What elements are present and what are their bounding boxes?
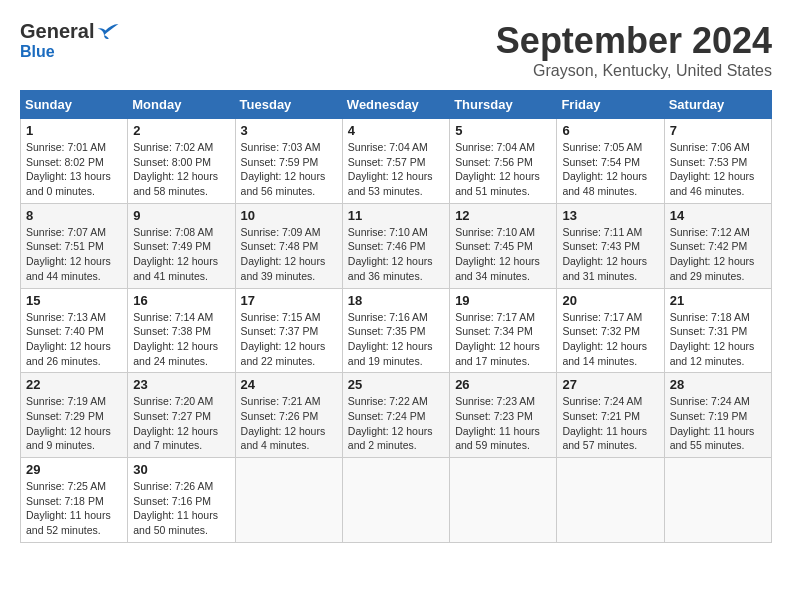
day-number: 30	[133, 462, 229, 477]
day-info: Sunrise: 7:18 AM Sunset: 7:31 PM Dayligh…	[670, 310, 766, 369]
calendar-cell	[342, 458, 449, 543]
day-info: Sunrise: 7:17 AM Sunset: 7:34 PM Dayligh…	[455, 310, 551, 369]
day-number: 2	[133, 123, 229, 138]
day-info: Sunrise: 7:06 AM Sunset: 7:53 PM Dayligh…	[670, 140, 766, 199]
day-info: Sunrise: 7:01 AM Sunset: 8:02 PM Dayligh…	[26, 140, 122, 199]
day-info: Sunrise: 7:17 AM Sunset: 7:32 PM Dayligh…	[562, 310, 658, 369]
calendar-cell	[235, 458, 342, 543]
calendar-cell: 30Sunrise: 7:26 AM Sunset: 7:16 PM Dayli…	[128, 458, 235, 543]
calendar: SundayMondayTuesdayWednesdayThursdayFrid…	[20, 90, 772, 543]
calendar-cell: 18Sunrise: 7:16 AM Sunset: 7:35 PM Dayli…	[342, 288, 449, 373]
logo-general-text: General	[20, 20, 94, 43]
calendar-week-5: 29Sunrise: 7:25 AM Sunset: 7:18 PM Dayli…	[21, 458, 772, 543]
calendar-cell: 12Sunrise: 7:10 AM Sunset: 7:45 PM Dayli…	[450, 203, 557, 288]
day-info: Sunrise: 7:24 AM Sunset: 7:21 PM Dayligh…	[562, 394, 658, 453]
day-info: Sunrise: 7:09 AM Sunset: 7:48 PM Dayligh…	[241, 225, 337, 284]
calendar-cell: 8Sunrise: 7:07 AM Sunset: 7:51 PM Daylig…	[21, 203, 128, 288]
day-info: Sunrise: 7:04 AM Sunset: 7:57 PM Dayligh…	[348, 140, 444, 199]
calendar-cell: 14Sunrise: 7:12 AM Sunset: 7:42 PM Dayli…	[664, 203, 771, 288]
calendar-cell: 6Sunrise: 7:05 AM Sunset: 7:54 PM Daylig…	[557, 119, 664, 204]
day-number: 22	[26, 377, 122, 392]
day-number: 20	[562, 293, 658, 308]
day-number: 26	[455, 377, 551, 392]
weekday-header-friday: Friday	[557, 91, 664, 119]
calendar-cell: 20Sunrise: 7:17 AM Sunset: 7:32 PM Dayli…	[557, 288, 664, 373]
calendar-cell	[450, 458, 557, 543]
day-number: 25	[348, 377, 444, 392]
day-info: Sunrise: 7:12 AM Sunset: 7:42 PM Dayligh…	[670, 225, 766, 284]
header: General Blue September 2024 Grayson, Ken…	[20, 20, 772, 80]
calendar-cell: 25Sunrise: 7:22 AM Sunset: 7:24 PM Dayli…	[342, 373, 449, 458]
day-info: Sunrise: 7:21 AM Sunset: 7:26 PM Dayligh…	[241, 394, 337, 453]
calendar-cell: 15Sunrise: 7:13 AM Sunset: 7:40 PM Dayli…	[21, 288, 128, 373]
calendar-cell: 29Sunrise: 7:25 AM Sunset: 7:18 PM Dayli…	[21, 458, 128, 543]
calendar-week-2: 8Sunrise: 7:07 AM Sunset: 7:51 PM Daylig…	[21, 203, 772, 288]
calendar-cell: 11Sunrise: 7:10 AM Sunset: 7:46 PM Dayli…	[342, 203, 449, 288]
day-number: 14	[670, 208, 766, 223]
day-info: Sunrise: 7:08 AM Sunset: 7:49 PM Dayligh…	[133, 225, 229, 284]
day-number: 8	[26, 208, 122, 223]
day-info: Sunrise: 7:22 AM Sunset: 7:24 PM Dayligh…	[348, 394, 444, 453]
calendar-cell: 27Sunrise: 7:24 AM Sunset: 7:21 PM Dayli…	[557, 373, 664, 458]
day-number: 21	[670, 293, 766, 308]
calendar-cell: 23Sunrise: 7:20 AM Sunset: 7:27 PM Dayli…	[128, 373, 235, 458]
weekday-header-tuesday: Tuesday	[235, 91, 342, 119]
calendar-week-4: 22Sunrise: 7:19 AM Sunset: 7:29 PM Dayli…	[21, 373, 772, 458]
weekday-header-sunday: Sunday	[21, 91, 128, 119]
day-info: Sunrise: 7:20 AM Sunset: 7:27 PM Dayligh…	[133, 394, 229, 453]
day-info: Sunrise: 7:05 AM Sunset: 7:54 PM Dayligh…	[562, 140, 658, 199]
day-number: 29	[26, 462, 122, 477]
month-title: September 2024	[496, 20, 772, 62]
day-number: 23	[133, 377, 229, 392]
weekday-header-saturday: Saturday	[664, 91, 771, 119]
calendar-cell: 2Sunrise: 7:02 AM Sunset: 8:00 PM Daylig…	[128, 119, 235, 204]
day-info: Sunrise: 7:03 AM Sunset: 7:59 PM Dayligh…	[241, 140, 337, 199]
day-number: 4	[348, 123, 444, 138]
day-info: Sunrise: 7:23 AM Sunset: 7:23 PM Dayligh…	[455, 394, 551, 453]
day-number: 1	[26, 123, 122, 138]
calendar-cell	[557, 458, 664, 543]
day-number: 27	[562, 377, 658, 392]
calendar-week-3: 15Sunrise: 7:13 AM Sunset: 7:40 PM Dayli…	[21, 288, 772, 373]
day-number: 24	[241, 377, 337, 392]
day-number: 17	[241, 293, 337, 308]
calendar-cell: 24Sunrise: 7:21 AM Sunset: 7:26 PM Dayli…	[235, 373, 342, 458]
calendar-cell: 28Sunrise: 7:24 AM Sunset: 7:19 PM Dayli…	[664, 373, 771, 458]
day-number: 7	[670, 123, 766, 138]
weekday-header-wednesday: Wednesday	[342, 91, 449, 119]
day-number: 28	[670, 377, 766, 392]
calendar-cell: 26Sunrise: 7:23 AM Sunset: 7:23 PM Dayli…	[450, 373, 557, 458]
title-area: September 2024 Grayson, Kentucky, United…	[496, 20, 772, 80]
day-number: 9	[133, 208, 229, 223]
day-info: Sunrise: 7:10 AM Sunset: 7:46 PM Dayligh…	[348, 225, 444, 284]
calendar-cell	[664, 458, 771, 543]
day-info: Sunrise: 7:16 AM Sunset: 7:35 PM Dayligh…	[348, 310, 444, 369]
day-info: Sunrise: 7:02 AM Sunset: 8:00 PM Dayligh…	[133, 140, 229, 199]
day-number: 16	[133, 293, 229, 308]
day-number: 12	[455, 208, 551, 223]
calendar-cell: 1Sunrise: 7:01 AM Sunset: 8:02 PM Daylig…	[21, 119, 128, 204]
calendar-cell: 17Sunrise: 7:15 AM Sunset: 7:37 PM Dayli…	[235, 288, 342, 373]
weekday-header-thursday: Thursday	[450, 91, 557, 119]
weekday-header-monday: Monday	[128, 91, 235, 119]
day-number: 13	[562, 208, 658, 223]
day-info: Sunrise: 7:19 AM Sunset: 7:29 PM Dayligh…	[26, 394, 122, 453]
calendar-cell: 19Sunrise: 7:17 AM Sunset: 7:34 PM Dayli…	[450, 288, 557, 373]
day-info: Sunrise: 7:10 AM Sunset: 7:45 PM Dayligh…	[455, 225, 551, 284]
day-info: Sunrise: 7:04 AM Sunset: 7:56 PM Dayligh…	[455, 140, 551, 199]
location-title: Grayson, Kentucky, United States	[496, 62, 772, 80]
calendar-cell: 9Sunrise: 7:08 AM Sunset: 7:49 PM Daylig…	[128, 203, 235, 288]
calendar-cell: 7Sunrise: 7:06 AM Sunset: 7:53 PM Daylig…	[664, 119, 771, 204]
day-info: Sunrise: 7:24 AM Sunset: 7:19 PM Dayligh…	[670, 394, 766, 453]
calendar-cell: 4Sunrise: 7:04 AM Sunset: 7:57 PM Daylig…	[342, 119, 449, 204]
day-number: 6	[562, 123, 658, 138]
logo: General Blue	[20, 20, 120, 61]
day-info: Sunrise: 7:26 AM Sunset: 7:16 PM Dayligh…	[133, 479, 229, 538]
day-number: 11	[348, 208, 444, 223]
day-info: Sunrise: 7:13 AM Sunset: 7:40 PM Dayligh…	[26, 310, 122, 369]
day-number: 3	[241, 123, 337, 138]
day-number: 10	[241, 208, 337, 223]
calendar-cell: 21Sunrise: 7:18 AM Sunset: 7:31 PM Dayli…	[664, 288, 771, 373]
day-info: Sunrise: 7:07 AM Sunset: 7:51 PM Dayligh…	[26, 225, 122, 284]
calendar-cell: 10Sunrise: 7:09 AM Sunset: 7:48 PM Dayli…	[235, 203, 342, 288]
